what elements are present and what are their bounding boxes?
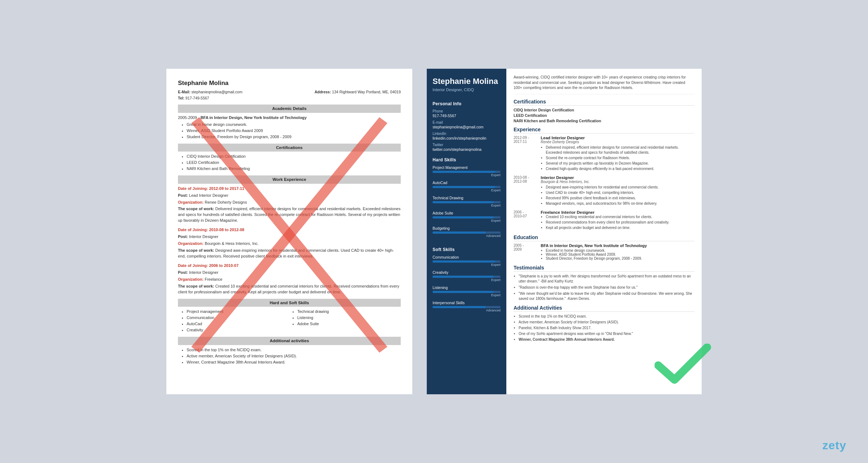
soft-skills-container: Communication Expert Creativity Expert L… — [433, 255, 501, 312]
list-item: AutoCad — [187, 321, 290, 327]
exp-main-1: Lead Interior Designer Renée Doherty Des… — [541, 136, 694, 171]
skill-name: Creativity — [433, 270, 501, 275]
skills-section-title: Hard and Soft Skills — [178, 299, 401, 307]
cert-list: CIDQ Interior Design Certification LEED … — [178, 154, 401, 172]
left-contact: E-Mail: stephanieqmolina@gmail.com Addre… — [178, 89, 401, 95]
cert-title: Certifications — [514, 99, 694, 106]
left-resume-wrapper: Stephanie Molina E-Mail: stephanieqmolin… — [166, 69, 412, 394]
list-item: Active member, American Society of Inter… — [519, 320, 694, 325]
list-item: "Radisson is over-the-top happy with the… — [519, 285, 694, 290]
exp-bullets-1: Delivered inspired, efficient interior d… — [541, 145, 694, 171]
skill-bar-bg — [433, 216, 501, 218]
exp-title-1: Lead Interior Designer — [541, 136, 694, 140]
edu-degree: BFA in Interior Design, New York Institu… — [541, 243, 694, 248]
soft-skill-item: Listening Expert — [433, 285, 501, 297]
list-item: Received commendations from every client… — [546, 220, 694, 225]
right-resume: Stephanie Molina Interior Designer, CIDQ… — [427, 69, 702, 394]
phone-value: 917-749-5567 — [433, 114, 501, 118]
academic-bullets: Great in home design coursework. Winner,… — [178, 122, 401, 140]
exp-company-1: Renée Doherty Designs — [541, 140, 694, 144]
phone-label: Phone — [433, 109, 501, 113]
skill-bar-fill — [433, 232, 486, 234]
skill-level: Expert — [433, 204, 501, 207]
skill-name: Adobe Suite — [433, 211, 501, 215]
skill-level: Expert — [433, 188, 501, 192]
linkedin-label: LinkedIn — [433, 132, 501, 136]
soft-skills-section: Soft Skills Communication Expert Creativ… — [427, 243, 506, 318]
skill-bar-fill — [433, 216, 494, 218]
list-item: LEED Certification — [187, 160, 401, 166]
skill-level: Advanced — [433, 234, 501, 238]
list-item: Panelist, Kitchen & Bath Industry Show 2… — [519, 326, 694, 331]
skill-bar-bg — [433, 201, 501, 203]
skill-name: Budgeting — [433, 226, 501, 230]
list-item: Student Director, Freedom by Design prog… — [187, 134, 401, 140]
list-item: Created high-quality designs efficiently… — [546, 166, 694, 171]
zety-watermark: zety — [822, 439, 846, 452]
skill-level: Expert — [433, 263, 501, 267]
twitter-value: twitter.com/stephanieqmolina — [433, 147, 501, 152]
exp-main-3: Freelance Interior Designer Created 10 e… — [541, 210, 694, 230]
skill-bar-bg — [433, 171, 501, 173]
list-item: CIDQ Interior Design Certification — [187, 154, 401, 160]
exp-title-3: Freelance Interior Designer — [541, 210, 694, 214]
email-value: stephanieqmolina@gmail.com — [433, 125, 501, 129]
list-item: Scored the re-compete contract for Radis… — [546, 156, 694, 161]
sidebar-title: Interior Designer, CIDQ — [433, 88, 501, 92]
skill-name: Project Management — [433, 165, 501, 170]
additional-title: Additional Activities — [514, 305, 694, 312]
list-item: Great in home design coursework. — [187, 122, 401, 128]
exp-title: Experience — [514, 127, 694, 133]
skill-bar-bg — [433, 260, 501, 263]
academic-entry: 2005-2009 - BFA in Interior Design, New … — [178, 115, 401, 140]
main-content: Award-winning, CIDQ certified interior d… — [506, 69, 702, 394]
soft-skills-title: Soft Skills — [433, 247, 501, 252]
skill-name: Interpersonal Skills — [433, 301, 501, 305]
left-resume: Stephanie Molina E-Mail: stephanieqmolin… — [166, 69, 412, 394]
hard-skill-item: Adobe Suite Expert — [433, 211, 501, 222]
list-item: Received 99% positive client feedback in… — [546, 196, 694, 201]
skill-name: Listening — [433, 285, 501, 290]
left-name: Stephanie Molina — [178, 79, 401, 88]
exp-dates-1: 2012-09 - 2017-11 — [514, 136, 539, 144]
list-item: Several of my projects written up favora… — [546, 161, 694, 166]
personal-info-section: Personal Info Phone 917-749-5567 E-mail … — [427, 98, 506, 154]
skill-bar-bg — [433, 276, 501, 278]
list-item: Winner, ASID Student Portfolio Award 200… — [187, 128, 401, 134]
list-item: Winner, ASID Student Portfolio Award 200… — [546, 252, 694, 256]
list-item: "Stephanie is a joy to work with. Her de… — [519, 274, 694, 284]
exp-entry-2: 2010-08 - 2012-08 Interior Designer Bour… — [514, 175, 694, 207]
list-item: One of my SoHo apartment designs was wri… — [519, 331, 694, 336]
skill-bar-fill — [433, 171, 495, 173]
skill-bar-bg — [433, 232, 501, 234]
personal-info-title: Personal Info — [433, 101, 501, 106]
exp-dates-2: 2010-08 - 2012-08 — [514, 175, 539, 183]
list-item: Scored in the top 1% on the NCIDQ exam. — [519, 314, 694, 319]
exp-title-2: Interior Designer — [541, 175, 694, 180]
sidebar-name: Stephanie Molina — [433, 77, 501, 86]
skill-name: AutoCad — [433, 180, 501, 185]
work-entry-2: Date of Joining: 2010-08 to 2012-08 Post… — [178, 227, 401, 259]
list-item: Student Director, Freedom by Design prog… — [546, 256, 694, 260]
skill-bar-bg — [433, 291, 501, 293]
list-item: Technical drawing — [297, 309, 401, 315]
list-item: Scored in the top 1% on the NCIDQ exam. — [187, 347, 401, 353]
list-item: Project management — [187, 309, 290, 315]
skill-level: Expert — [433, 293, 501, 297]
hard-skills-title: Hard Skills — [433, 157, 501, 162]
soft-skill-item: Creativity Expert — [433, 270, 501, 282]
soft-skill-item: Communication Expert — [433, 255, 501, 267]
skill-bar-fill — [433, 260, 495, 263]
additional-list-right: Scored in the top 1% on the NCIDQ exam. … — [514, 314, 694, 342]
work-entry-3: Date of Joining: 2006 to 2010-07 Post: I… — [178, 263, 401, 295]
exp-entry-3: 2006 - 2010-07 Freelance Interior Design… — [514, 210, 694, 231]
email-label: E-mail — [433, 120, 501, 124]
list-item: Kept all projects under budget and deliv… — [546, 225, 694, 230]
cert-item: CIDQ Interior Design Certification — [514, 108, 694, 112]
list-item: Adobe Suite — [297, 321, 401, 327]
hard-skills-section: Hard Skills Project Management Expert Au… — [427, 154, 506, 243]
list-item: Delivered inspired, efficient interior d… — [546, 145, 694, 155]
right-resume-wrapper: Stephanie Molina Interior Designer, CIDQ… — [427, 69, 702, 394]
edu-title: Education — [514, 234, 694, 241]
list-item: Used CAD to create 40+ high-end, compell… — [546, 190, 694, 195]
